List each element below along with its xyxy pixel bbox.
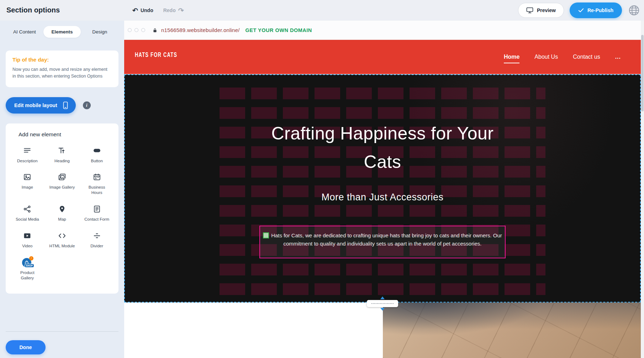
- tip-of-the-day-card: Tip of the day: Now you can add, move an…: [6, 51, 118, 87]
- element-label: Social Media: [16, 217, 39, 222]
- site-nav: Home About Us Contact us ...: [504, 40, 621, 74]
- code-icon: [58, 231, 66, 241]
- element-label: Button: [91, 158, 103, 164]
- element-label: Map: [58, 217, 66, 222]
- element-business-hours[interactable]: Business Hours: [79, 172, 114, 195]
- preview-button[interactable]: Preview: [518, 3, 564, 18]
- site-logo[interactable]: HATS FOR CATS: [135, 51, 177, 58]
- get-domain-link[interactable]: GET YOUR OWN DOMAIN: [246, 27, 312, 33]
- nav-about-us[interactable]: About Us: [534, 54, 558, 60]
- heading-icon: [58, 146, 66, 156]
- contact-form-icon: [93, 204, 101, 214]
- next-section[interactable]: [124, 302, 641, 358]
- page-title: Section options: [6, 6, 60, 14]
- undo-button[interactable]: ↶ Undo: [132, 7, 153, 14]
- topbar-actions: Preview Re-Publish: [518, 0, 640, 21]
- element-social-media[interactable]: Social Media: [10, 204, 45, 222]
- element-grid: Description Heading Button: [10, 146, 114, 281]
- video-icon: [23, 231, 31, 241]
- site-preview: HATS FOR CATS Home About Us Contact us .…: [124, 40, 641, 358]
- element-image[interactable]: Image: [10, 172, 45, 195]
- topbar: Section options ↶ Undo Redo ↷ Preview: [0, 0, 644, 21]
- element-video[interactable]: Video: [10, 231, 45, 249]
- redo-label: Redo: [163, 7, 176, 13]
- image-gallery-icon: [58, 172, 66, 182]
- hero-section[interactable]: Crafting Happiness for Your Cats More th…: [124, 74, 641, 302]
- redo-icon: ↷: [178, 7, 184, 14]
- browser-bar: n1566589.websitebuilder.online/ GET YOUR…: [124, 21, 641, 40]
- canvas-scrollbar: [641, 21, 644, 358]
- section-options-sidebar: AI Content Elements Design Tip of the da…: [0, 21, 124, 358]
- element-label: Image Gallery: [49, 185, 75, 190]
- add-new-element-card: Add new element Description Heading Butt…: [6, 123, 118, 294]
- element-label: Video: [22, 243, 32, 249]
- site-url[interactable]: n1566589.websitebuilder.online/: [161, 27, 240, 33]
- business-hours-icon: [93, 172, 101, 182]
- republish-button[interactable]: Re-Publish: [570, 2, 622, 18]
- element-heading[interactable]: Heading: [45, 146, 80, 164]
- tip-body: Now you can add, move and resize any ele…: [12, 66, 112, 80]
- nav-home[interactable]: Home: [504, 54, 519, 60]
- social-media-icon: [23, 204, 31, 214]
- hero-paragraph[interactable]: Hats for Cats, we are dedicated to craft…: [260, 231, 505, 248]
- lock-icon: [152, 27, 158, 33]
- image-icon: [23, 172, 31, 182]
- scrollbar-thumb[interactable]: [641, 35, 644, 111]
- add-new-element-title: Add new element: [19, 131, 114, 138]
- section-resize-handle[interactable]: [367, 300, 398, 307]
- hero-heading: Crafting Happiness for Your Cats: [124, 119, 641, 176]
- sidebar-divider: [6, 331, 118, 332]
- shop-badge-label: SHOP: [25, 264, 35, 268]
- redo-button[interactable]: Redo ↷: [163, 7, 184, 14]
- edit-mobile-row: Edit mobile layout: [6, 97, 118, 114]
- element-label: Description: [17, 158, 38, 164]
- language-globe-button[interactable]: [628, 4, 640, 17]
- preview-label: Preview: [537, 7, 556, 13]
- preview-monitor-icon: [526, 7, 533, 14]
- element-divider[interactable]: Divider: [79, 231, 114, 249]
- window-dots-icon: [128, 28, 145, 32]
- element-label: Product Gallery: [14, 270, 41, 281]
- element-product-gallery[interactable]: SHOP Product Gallery: [10, 257, 45, 281]
- undo-label: Undo: [141, 7, 153, 13]
- info-icon[interactable]: [83, 101, 91, 109]
- tab-elements[interactable]: Elements: [43, 26, 81, 38]
- history-controls: ↶ Undo Redo ↷: [132, 0, 184, 21]
- resize-arrow-down-icon: [380, 308, 385, 311]
- paragraph-selection-box[interactable]: Hats for Cats, we are dedicated to craft…: [259, 226, 506, 258]
- element-label: Business Hours: [84, 185, 110, 195]
- element-html-module[interactable]: HTML Module: [45, 231, 80, 249]
- divider-icon: [93, 231, 101, 241]
- site-header[interactable]: HATS FOR CATS Home About Us Contact us .…: [124, 40, 641, 74]
- edit-mobile-label: Edit mobile layout: [14, 102, 57, 108]
- element-image-gallery[interactable]: Image Gallery: [45, 172, 80, 195]
- republish-label: Re-Publish: [587, 7, 613, 13]
- done-button[interactable]: Done: [6, 340, 46, 354]
- tip-title: Tip of the day:: [12, 57, 112, 63]
- resize-arrow-up-icon: [380, 296, 385, 299]
- button-icon: [93, 146, 101, 156]
- element-marker-icon: [263, 232, 269, 238]
- tab-design[interactable]: Design: [81, 26, 118, 38]
- tab-ai-content[interactable]: AI Content: [6, 26, 43, 38]
- element-button[interactable]: Button: [79, 146, 114, 164]
- check-icon: [578, 8, 584, 13]
- nav-contact-us[interactable]: Contact us: [573, 54, 600, 60]
- element-map[interactable]: Map: [45, 204, 80, 222]
- nav-more-button[interactable]: ...: [615, 54, 621, 60]
- element-label: Heading: [54, 158, 70, 164]
- element-description[interactable]: Description: [10, 146, 45, 164]
- edit-mobile-layout-button[interactable]: Edit mobile layout: [6, 97, 76, 114]
- hero-heading-text[interactable]: Crafting Happiness for Your Cats: [269, 119, 496, 176]
- undo-icon: ↶: [132, 7, 138, 14]
- mobile-phone-icon: [62, 101, 69, 109]
- map-pin-icon: [58, 204, 66, 214]
- editor-canvas: n1566589.websitebuilder.online/ GET YOUR…: [124, 21, 644, 358]
- hero-subheading[interactable]: More than Just Accessories: [124, 192, 641, 203]
- globe-icon: [628, 5, 640, 16]
- hero-paragraph-text: Hats for Cats, we are dedicated to craft…: [271, 232, 502, 247]
- sidebar-tabs: AI Content Elements Design: [6, 26, 118, 38]
- element-label: HTML Module: [49, 243, 75, 249]
- element-contact-form[interactable]: Contact Form: [79, 204, 114, 222]
- element-label: Contact Form: [84, 217, 109, 222]
